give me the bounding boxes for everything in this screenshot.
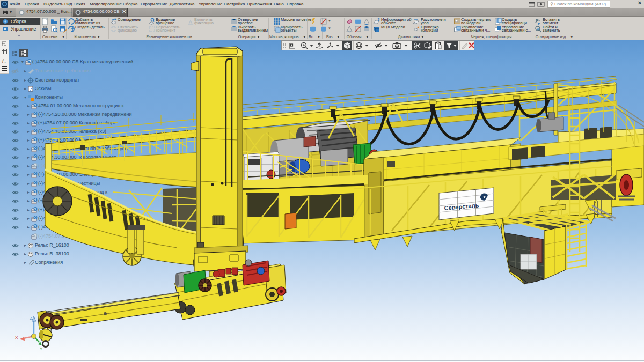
svg-text:?: ? (377, 18, 380, 22)
svg-text:X: X (15, 335, 18, 340)
svg-text:x: x (4, 60, 6, 64)
svg-text:Северсталь: Северсталь (444, 202, 479, 211)
svg-text:a: a (537, 27, 539, 31)
svg-text:Y: Y (40, 346, 43, 351)
